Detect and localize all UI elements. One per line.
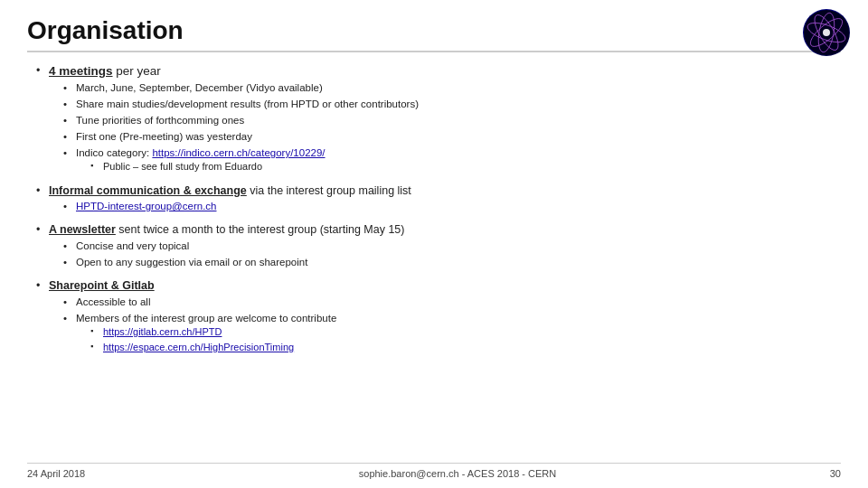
informal-title-suffix: via the interest group mailing list	[247, 184, 411, 197]
cern-logo	[803, 9, 850, 56]
slide: Organisation 4 meetings per year March, …	[0, 0, 868, 488]
gitlab-link[interactable]: https://gitlab.cern.ch/HPTD	[103, 326, 222, 337]
section-newsletter: A newsletter sent twice a month to the i…	[27, 222, 841, 269]
list-item: Members of the interest group are welcom…	[63, 311, 841, 355]
sharepoint-list: Accessible to all Members of the interes…	[49, 295, 841, 355]
footer-center: sophie.baron@cern.ch - ACES 2018 - CERN	[359, 468, 556, 479]
list-item: HPTD-interest-group@cern.ch	[63, 199, 841, 213]
section-newsletter-header: A newsletter sent twice a month to the i…	[36, 222, 841, 269]
section-sharepoint: Sharepoint & Gitlab Accessible to all Me…	[27, 278, 841, 354]
page-title: Organisation	[27, 16, 841, 52]
footer-date: 24 April 2018	[27, 468, 85, 479]
content-area: 4 meetings per year March, June, Septemb…	[27, 63, 841, 355]
list-item: Share main studies/development results (…	[63, 97, 841, 111]
mailing-list-link[interactable]: HPTD-interest-group@cern.ch	[76, 201, 216, 211]
meetings-title-bold: 4 meetings	[49, 64, 113, 78]
footer-page: 30	[830, 468, 841, 479]
section-informal-header: Informal communication & exchange via th…	[36, 183, 841, 214]
list-item: Tune priorities of forthcomming ones	[63, 113, 841, 127]
footer: 24 April 2018 sophie.baron@cern.ch - ACE…	[27, 463, 841, 479]
svg-point-5	[823, 29, 830, 36]
list-item: First one (Pre-meeting) was yesterday	[63, 129, 841, 144]
members-text: Members of the interest group are welcom…	[76, 313, 336, 324]
section-sharepoint-header: Sharepoint & Gitlab Accessible to all Me…	[36, 278, 841, 354]
informal-title-bold: Informal communication & exchange	[49, 184, 247, 197]
newsletter-title-bold: A newsletter	[49, 223, 116, 236]
list-item: Concise and very topical	[63, 239, 841, 253]
newsletter-title-suffix: sent twice a month to the interest group…	[116, 223, 405, 236]
list-item: Public – see full study from Eduardo	[90, 160, 841, 174]
list-item: Open to any suggestion via email or on s…	[63, 255, 841, 269]
indico-label: Indico category:	[76, 147, 152, 158]
section-meetings-header: 4 meetings per year March, June, Septemb…	[36, 63, 841, 174]
sharepoint-links: https://gitlab.cern.ch/HPTD https://espa…	[76, 325, 841, 355]
list-item: https://espace.cern.ch/HighPrecisionTimi…	[90, 341, 841, 354]
meetings-list: March, June, September, December (Vidyo …	[49, 80, 841, 174]
informal-list: HPTD-interest-group@cern.ch	[49, 199, 841, 213]
list-item: https://gitlab.cern.ch/HPTD	[90, 325, 841, 339]
list-item: March, June, September, December (Vidyo …	[63, 80, 841, 95]
sub-items: Public – see full study from Eduardo	[76, 160, 841, 174]
indico-link[interactable]: https://indico.cern.ch/category/10229/	[152, 147, 325, 158]
sharepoint-title-bold: Sharepoint & Gitlab	[49, 279, 155, 292]
meetings-title-suffix: per year	[113, 64, 161, 78]
list-item: Indico category: https://indico.cern.ch/…	[63, 145, 841, 174]
section-informal: Informal communication & exchange via th…	[27, 183, 841, 214]
list-item: Accessible to all	[63, 295, 841, 309]
section-meetings: 4 meetings per year March, June, Septemb…	[27, 63, 841, 174]
espace-link[interactable]: https://espace.cern.ch/HighPrecisionTimi…	[103, 342, 294, 352]
newsletter-list: Concise and very topical Open to any sug…	[49, 239, 841, 269]
